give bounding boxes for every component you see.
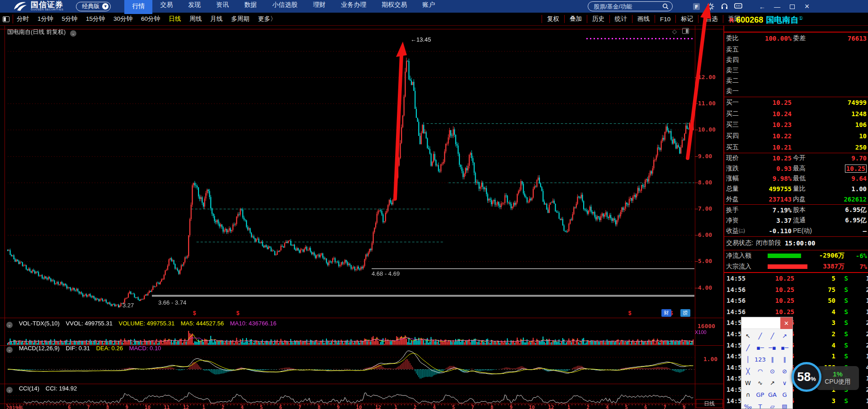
timeframe-3[interactable]: 5分钟: [62, 15, 78, 23]
top-dot-diamond-icon[interactable]: ◇: [672, 28, 677, 35]
tool-zigzag-up[interactable]: ↗: [766, 377, 778, 389]
split-window-icon[interactable]: [3, 16, 9, 22]
tool-arrow-line[interactable]: ↗: [778, 330, 791, 342]
tool-cursor[interactable]: ↖: [742, 330, 754, 342]
tool-v-line[interactable]: │: [742, 353, 754, 365]
buy-label: 买五: [726, 143, 739, 151]
cci-collapse-icon[interactable]: ⌄: [6, 387, 13, 393]
menu-item-6[interactable]: 小信选股: [264, 0, 305, 11]
toolbar-button-8[interactable]: -自选: [698, 15, 723, 23]
sell-label: 卖一: [726, 87, 739, 95]
tool-h-segment[interactable]: ─▪: [766, 342, 778, 353]
info-value-2: 10.25: [845, 165, 867, 173]
edition-dropdown[interactable]: 经典版 ▼: [76, 2, 111, 11]
tick-flag: S: [844, 330, 848, 338]
sell-label: 卖二: [726, 77, 739, 85]
corner-badge-1[interactable]: 财: [661, 309, 671, 317]
tool-measure-123[interactable]: 123: [754, 353, 766, 365]
vol-collapse-icon[interactable]: ⌄: [6, 322, 13, 328]
chart-title-text: 国电南自(日线 前复权): [7, 28, 66, 35]
timeframe-2[interactable]: 1分钟: [38, 15, 53, 23]
timeframe-11[interactable]: 更多〉: [258, 15, 277, 23]
tool-peaks[interactable]: ∿: [754, 377, 766, 389]
tick-row: 14:5610.2575S2: [724, 284, 868, 295]
pane-split-icon[interactable]: [682, 28, 689, 36]
price-tick: 12.00: [698, 74, 716, 80]
tool-trend-line[interactable]: ╱: [754, 330, 766, 342]
menu-item-3[interactable]: 发现: [180, 0, 208, 11]
drawing-toolbar-titlebar[interactable]: ✕: [741, 317, 793, 329]
tool-segment[interactable]: ╱: [742, 342, 754, 353]
cpu-percent-gauge[interactable]: 58 %: [792, 362, 821, 392]
menu-item-5[interactable]: 数据: [236, 0, 264, 11]
maximize-button[interactable]: [788, 3, 796, 10]
search-box[interactable]: [588, 1, 673, 11]
headset-icon[interactable]: [720, 2, 729, 11]
tool-gann-gp[interactable]: GP: [754, 389, 766, 400]
toolbar-button-2[interactable]: 叠加: [564, 15, 587, 23]
timeframe-10[interactable]: 多周期: [231, 15, 250, 23]
tool-ray-line[interactable]: ╱: [766, 330, 778, 342]
tool-parallelogram[interactable]: ▱: [766, 400, 778, 409]
timeframe-9[interactable]: 月线: [210, 15, 222, 23]
quote-info: 现价10.25今开9.70涨跌0.93最高10.25涨幅9.98%最低9.64总…: [724, 153, 868, 204]
menu-item-8[interactable]: 业务办理: [333, 0, 374, 11]
tool-anchored-segment[interactable]: ▪─: [754, 342, 766, 353]
toolbar-button-7[interactable]: 标记: [675, 15, 698, 23]
flow-bar: [768, 264, 807, 269]
close-button[interactable]: ×: [803, 2, 811, 11]
tool-channel-grid[interactable]: ▤: [778, 400, 791, 409]
timeframe-5[interactable]: 30分钟: [113, 15, 132, 23]
menu-item-9[interactable]: 期权交易: [374, 0, 415, 11]
tool-circle[interactable]: ⊙: [766, 365, 778, 377]
tool-gann-ga[interactable]: GA: [766, 389, 778, 400]
minimize-button[interactable]: —: [774, 3, 781, 10]
toolbar-button-1[interactable]: 复权: [542, 15, 564, 23]
tool-wave-w[interactable]: W: [742, 377, 754, 389]
f-panel-icon[interactable]: F: [692, 2, 701, 11]
timeframe-6[interactable]: 60分钟: [141, 15, 160, 23]
weibi-label: 委比: [726, 34, 739, 42]
chat-icon[interactable]: [734, 2, 743, 11]
tool-gann-g[interactable]: G: [778, 389, 791, 400]
timeframe-7[interactable]: 日线: [169, 15, 181, 23]
month-tick: 10: [356, 404, 362, 409]
tool-curve-peak[interactable]: ∩: [742, 389, 754, 400]
menu-item-10[interactable]: 账户: [415, 0, 443, 11]
search-input[interactable]: [594, 3, 662, 10]
vol-volume: VOLUME: 499755.31: [119, 320, 175, 327]
toolbar-button-5[interactable]: 画线: [632, 15, 655, 23]
collapse-chevron-icon[interactable]: ⌄: [70, 30, 76, 37]
menu-item-1[interactable]: 行情: [124, 0, 152, 14]
main-menu: 行情交易发现资讯数据小信选股理财业务办理期权交易账户: [124, 0, 443, 14]
sell-label: 卖五: [726, 46, 739, 54]
tool-zigzag-down[interactable]: ∨: [778, 377, 791, 389]
toolbar-button-4[interactable]: 统计: [609, 15, 632, 23]
macd-collapse-icon[interactable]: ⌄: [6, 347, 13, 353]
tool-percent-lines[interactable]: ‰: [742, 400, 754, 409]
menu-item-2[interactable]: 交易: [152, 0, 180, 11]
close-icon[interactable]: ✕: [780, 317, 793, 329]
tool-cross-line[interactable]: ╳: [742, 365, 754, 377]
info-row: 现价10.25今开9.70: [724, 153, 868, 164]
tool-parallel-lines-2[interactable]: ∥: [778, 353, 791, 365]
gear-icon[interactable]: [706, 2, 715, 11]
back-button[interactable]: ←: [759, 3, 766, 10]
corner-badge-2[interactable]: 捞: [680, 309, 690, 317]
tool-t-lines[interactable]: T: [754, 400, 766, 409]
tool-parallel-lines[interactable]: ∥: [766, 353, 778, 365]
menu-item-7[interactable]: 理财: [305, 0, 333, 11]
menu-item-4[interactable]: 资讯: [208, 0, 236, 11]
tool-arc[interactable]: ◠: [754, 365, 766, 377]
sell-signal-mark: $: [236, 310, 240, 316]
timeframe-4[interactable]: 15分钟: [86, 15, 105, 23]
brand-subtitle: GUOSEN SECURITIES: [31, 8, 63, 11]
tick-count: 1: [866, 275, 868, 282]
toolbar-button-3[interactable]: 历史: [587, 15, 609, 23]
timeframe-8[interactable]: 周线: [189, 15, 202, 23]
toolbar-button-6[interactable]: F10: [655, 15, 675, 23]
timeframe-1[interactable]: 分时: [17, 15, 29, 23]
tool-h-anchored[interactable]: ▪─: [778, 342, 791, 353]
tool-ellipse[interactable]: ⊘: [778, 365, 791, 377]
search-icon[interactable]: [662, 3, 669, 9]
